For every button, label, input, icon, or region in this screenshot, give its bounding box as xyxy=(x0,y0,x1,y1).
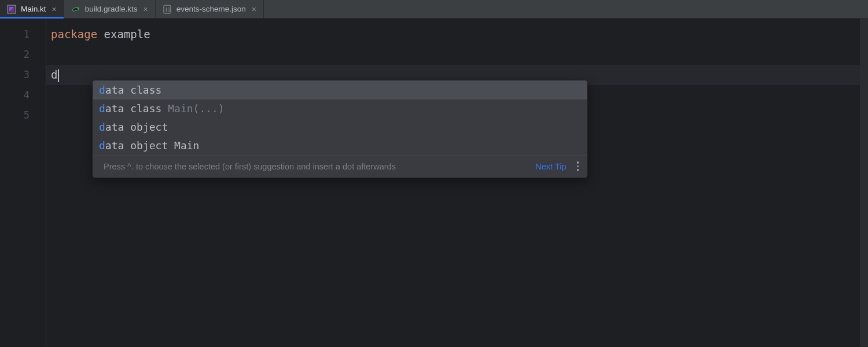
completion-item[interactable]: data object Main xyxy=(93,136,587,155)
completion-item[interactable]: data class Main(...) xyxy=(93,99,587,118)
kotlin-file-icon xyxy=(7,5,16,14)
tab-build-gradle-kts[interactable]: build.gradle.kts × xyxy=(64,0,156,18)
completion-item[interactable]: data class xyxy=(93,81,587,99)
line-number: 2 xyxy=(0,45,46,65)
tab-label: build.gradle.kts xyxy=(85,5,138,13)
code-area[interactable]: package example d data class data class … xyxy=(46,19,868,347)
close-icon[interactable]: × xyxy=(251,5,258,13)
text-caret xyxy=(58,69,59,82)
editor-tabbar: Main.kt × build.gradle.kts × {} events-s… xyxy=(0,0,868,19)
line-number: 1 xyxy=(0,24,46,45)
package-name: example xyxy=(97,28,150,40)
line-number-gutter: 1 2 3 4 5 xyxy=(0,19,46,347)
line-number: 3 xyxy=(0,65,46,85)
completion-hint-text: Press ^. to choose the selected (or firs… xyxy=(104,162,396,171)
tab-label: Main.kt xyxy=(21,5,46,13)
keyword-package: package xyxy=(51,28,97,40)
completion-popup: data class data class Main(...) data obj… xyxy=(93,80,587,178)
completion-footer: Press ^. to choose the selected (or firs… xyxy=(93,155,587,177)
completion-item[interactable]: data object xyxy=(93,118,587,136)
tab-label: events-scheme.json xyxy=(176,5,246,13)
more-options-icon[interactable] xyxy=(575,159,582,174)
line-number: 5 xyxy=(0,105,46,125)
typed-text: d xyxy=(51,68,57,81)
json-file-icon: {} xyxy=(163,5,172,14)
vertical-scrollbar[interactable] xyxy=(860,19,868,347)
code-line: package example xyxy=(46,24,868,45)
close-icon[interactable]: × xyxy=(142,5,149,13)
code-line xyxy=(46,45,868,65)
code-editor[interactable]: 1 2 3 4 5 package example d data class d… xyxy=(0,19,868,347)
next-tip-link[interactable]: Next Tip xyxy=(535,162,566,171)
svg-point-3 xyxy=(77,7,79,9)
tab-main-kt[interactable]: Main.kt × xyxy=(0,0,64,18)
tab-events-scheme-json[interactable]: {} events-scheme.json × xyxy=(156,0,264,18)
gradle-kotlin-icon xyxy=(71,5,80,14)
line-number: 4 xyxy=(0,85,46,105)
close-icon[interactable]: × xyxy=(51,5,58,13)
svg-text:{}: {} xyxy=(165,8,171,13)
